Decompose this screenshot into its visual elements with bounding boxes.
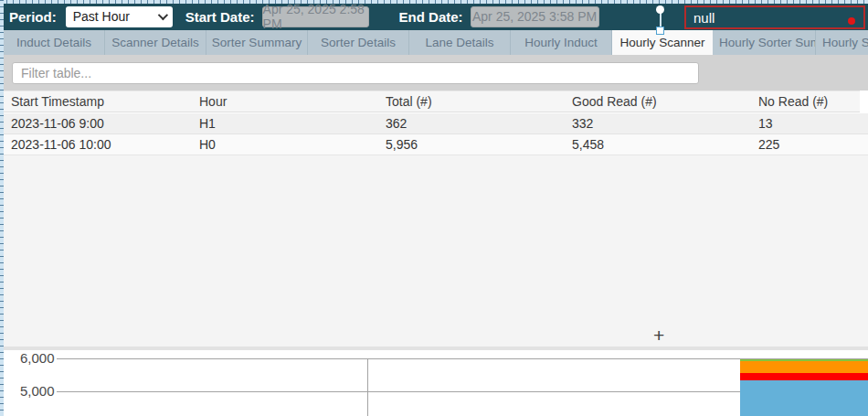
tab-induct-details[interactable]: Induct Details bbox=[4, 30, 105, 55]
tab-sorter-summary[interactable]: Sorter Summary bbox=[206, 30, 308, 55]
column-header-start-timestamp[interactable]: Start Timestamp bbox=[4, 94, 192, 109]
tab-bar: Induct Details Scanner Details Sorter Su… bbox=[4, 30, 868, 55]
tab-scanner-details[interactable]: Scanner Details bbox=[105, 30, 206, 55]
tab-hourly-induct[interactable]: Hourly Induct bbox=[511, 30, 612, 55]
period-label: Period: bbox=[9, 9, 57, 25]
y-axis-tick-5000: 5,000 bbox=[20, 383, 49, 398]
designer-ruler-top bbox=[0, 0, 868, 4]
tab-hourly-sorter-summary[interactable]: Hourly Sorter Summary bbox=[713, 30, 816, 55]
filter-table-input[interactable] bbox=[12, 62, 699, 84]
error-dot-icon bbox=[848, 17, 855, 25]
chevron-down-icon bbox=[157, 10, 167, 20]
column-header-total[interactable]: Total (#) bbox=[378, 94, 565, 109]
table-row[interactable]: 2023-11-06 10:00 H0 5,956 5,458 225 bbox=[4, 134, 868, 155]
hourly-scanner-chart[interactable]: 6,000 5,000 bbox=[4, 350, 868, 416]
end-date-label: End Date: bbox=[399, 9, 463, 25]
filter-bar bbox=[4, 55, 868, 91]
end-date-input[interactable]: Apr 25, 2025 3:58 PM bbox=[471, 6, 599, 27]
tab-hourly-sorter[interactable]: Hourly Sort bbox=[816, 30, 868, 55]
column-header-hour[interactable]: Hour bbox=[192, 94, 378, 109]
gridline-vertical bbox=[367, 358, 368, 416]
tab-sorter-details[interactable]: Sorter Details bbox=[308, 30, 409, 55]
bar-segment-no-read bbox=[740, 373, 868, 380]
y-axis-tick-6000: 6,000 bbox=[20, 350, 49, 365]
table-empty-area bbox=[4, 155, 868, 347]
bar-segment-good-read bbox=[740, 380, 868, 416]
null-error-text: null bbox=[693, 10, 715, 26]
column-header-no-read[interactable]: No Read (#) bbox=[751, 94, 868, 109]
selection-handle-circle[interactable] bbox=[656, 5, 664, 14]
designer-anchor-plus-icon[interactable]: + bbox=[653, 325, 664, 345]
null-error-component[interactable]: null bbox=[684, 5, 865, 29]
period-dropdown-value: Past Hour bbox=[73, 9, 158, 24]
table-row[interactable]: 2023-11-06 9:00 H1 362 332 13 bbox=[4, 113, 868, 134]
stacked-bar[interactable] bbox=[740, 359, 868, 416]
table-header: Start Timestamp Hour Total (#) Good Read… bbox=[4, 91, 868, 112]
dashboard-view: Period: Past Hour Start Date: Apr 25, 20… bbox=[0, 0, 868, 416]
start-date-input[interactable]: Apr 25, 2025 2:58 PM bbox=[262, 6, 369, 27]
tab-lane-details[interactable]: Lane Details bbox=[409, 30, 511, 55]
start-date-label: Start Date: bbox=[185, 9, 255, 25]
bar-segment-orange bbox=[740, 361, 868, 373]
scrollbar-corner bbox=[860, 91, 868, 113]
selection-handle-square[interactable] bbox=[656, 27, 664, 35]
period-dropdown[interactable]: Past Hour bbox=[66, 6, 173, 27]
column-header-good-read[interactable]: Good Read (#) bbox=[565, 94, 751, 109]
designer-ruler-left bbox=[0, 0, 4, 416]
